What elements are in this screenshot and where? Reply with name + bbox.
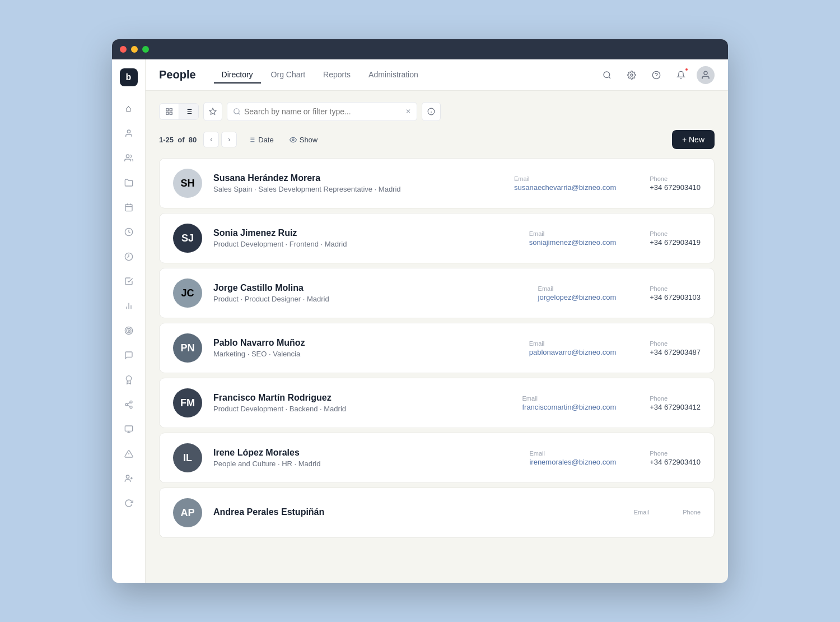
tab-directory[interactable]: Directory xyxy=(214,67,261,83)
person-name: Susana Herández Morera xyxy=(213,173,503,183)
person-contact: Email pablonavarro@bizneo.com Phone +34 … xyxy=(529,340,701,356)
page-title: People xyxy=(159,68,196,81)
email-value[interactable]: soniajimenez@bizneo.com xyxy=(529,238,617,247)
search-icon xyxy=(233,108,241,115)
sidebar-item-award[interactable] xyxy=(118,369,140,391)
person-name: Jorge Castillo Molina xyxy=(213,283,527,293)
sidebar-item-person[interactable] xyxy=(118,122,140,145)
list-item[interactable]: PN Pablo Navarro Muñoz Marketing · SEO ·… xyxy=(159,323,715,373)
toolbar: ✕ xyxy=(159,102,715,121)
svg-point-45 xyxy=(234,109,239,114)
app-window: b ⌂ xyxy=(112,39,728,583)
svg-rect-2 xyxy=(125,205,132,211)
next-page-button[interactable]: › xyxy=(221,132,237,147)
email-label: Email xyxy=(634,509,650,516)
phone-label: Phone xyxy=(650,285,701,292)
email-group: Email jorgelopez@bizneo.com xyxy=(538,285,617,301)
email-group: Email irenemorales@bizneo.com xyxy=(529,450,616,466)
tab-reports[interactable]: Reports xyxy=(315,67,358,83)
sidebar-item-user-plus[interactable] xyxy=(118,467,140,490)
email-label: Email xyxy=(529,340,617,347)
email-label: Email xyxy=(514,175,616,182)
person-role: Product Development · Frontend · Madrid xyxy=(213,240,518,248)
prev-page-button[interactable]: ‹ xyxy=(203,132,219,147)
person-contact: Email Phone xyxy=(634,509,701,517)
person-role: Sales Spain · Sales Development Represen… xyxy=(213,185,503,193)
tab-administration[interactable]: Administration xyxy=(361,67,426,83)
avatar: JC xyxy=(173,278,202,308)
info-button[interactable] xyxy=(422,102,441,121)
person-name: Irene López Morales xyxy=(213,448,518,458)
minimize-dot[interactable] xyxy=(131,46,138,53)
email-group: Email xyxy=(634,509,650,517)
sidebar-item-chat[interactable] xyxy=(118,344,140,366)
favorites-button[interactable] xyxy=(203,102,222,121)
search-input[interactable] xyxy=(244,107,402,116)
svg-point-17 xyxy=(130,406,132,409)
person-name: Francisco Martín Rodriguez xyxy=(213,393,511,403)
pagination-bar: 1-25 of 80 ‹ › Date xyxy=(159,130,715,149)
sidebar-item-alert[interactable] xyxy=(118,443,140,465)
list-item[interactable]: JC Jorge Castillo Molina Product · Produ… xyxy=(159,268,715,318)
list-item[interactable]: SH Susana Herández Morera Sales Spain · … xyxy=(159,158,715,208)
tab-org-chart[interactable]: Org Chart xyxy=(263,67,313,83)
email-value[interactable]: pablonavarro@bizneo.com xyxy=(529,348,617,356)
email-value[interactable]: susanaechevarria@bizneo.com xyxy=(514,183,616,192)
search-box: ✕ xyxy=(227,102,417,121)
sidebar-item-calendar[interactable] xyxy=(118,196,140,219)
settings-button[interactable] xyxy=(623,66,641,84)
date-filter-button[interactable]: Date xyxy=(244,133,278,146)
sidebar-item-check[interactable] xyxy=(118,270,140,293)
show-filter-button[interactable]: Show xyxy=(285,133,323,146)
show-filter-label: Show xyxy=(300,136,318,144)
sidebar-item-clock[interactable] xyxy=(118,221,140,243)
grid-view-button[interactable] xyxy=(160,104,179,119)
email-group: Email pablonavarro@bizneo.com xyxy=(529,340,617,356)
new-button[interactable]: + New xyxy=(672,130,715,149)
help-button[interactable] xyxy=(647,66,665,84)
sidebar-item-timer[interactable] xyxy=(118,245,140,268)
phone-label: Phone xyxy=(650,230,701,237)
phone-value: +34 672903487 xyxy=(650,348,701,356)
sidebar-item-monitor[interactable] xyxy=(118,418,140,440)
search-button[interactable] xyxy=(598,66,616,84)
sidebar-item-refresh[interactable] xyxy=(118,492,140,514)
svg-rect-20 xyxy=(125,426,132,431)
person-contact: Email jorgelopez@bizneo.com Phone +34 67… xyxy=(538,285,701,301)
list-item[interactable]: FM Francisco Martín Rodriguez Product De… xyxy=(159,378,715,428)
sidebar-item-share[interactable] xyxy=(118,393,140,416)
svg-line-46 xyxy=(239,113,240,115)
person-info: Sonia Jimenez Ruiz Product Development ·… xyxy=(213,228,518,248)
list-item[interactable]: IL Irene López Morales People and Cultur… xyxy=(159,433,715,483)
phone-group: Phone +34 672903103 xyxy=(650,285,701,301)
person-name: Pablo Navarro Muñoz xyxy=(213,338,518,348)
user-avatar[interactable] xyxy=(697,66,715,84)
email-value[interactable]: irenemorales@bizneo.com xyxy=(529,458,616,466)
phone-value: +34 672903410 xyxy=(650,458,701,466)
phone-group: Phone +34 672903487 xyxy=(650,340,701,356)
list-item[interactable]: AP Andrea Perales Estupiñán Email Phone xyxy=(159,488,715,538)
sidebar-item-chart[interactable] xyxy=(118,295,140,317)
close-dot[interactable] xyxy=(120,46,127,53)
list-view-button[interactable] xyxy=(179,104,198,119)
person-info: Pablo Navarro Muñoz Marketing · SEO · Va… xyxy=(213,338,518,358)
person-info: Susana Herández Morera Sales Spain · Sal… xyxy=(213,173,503,193)
svg-point-15 xyxy=(130,401,132,403)
email-value[interactable]: jorgelopez@bizneo.com xyxy=(538,293,617,301)
search-clear-button[interactable]: ✕ xyxy=(405,108,411,115)
sidebar-item-folder[interactable] xyxy=(118,171,140,194)
maximize-dot[interactable] xyxy=(142,46,149,53)
phone-label: Phone xyxy=(650,340,701,347)
phone-group: Phone +34 672903410 xyxy=(650,450,701,466)
email-value[interactable]: franciscomartin@bizneo.com xyxy=(522,403,616,411)
list-item[interactable]: SJ Sonia Jimenez Ruiz Product Developmen… xyxy=(159,213,715,263)
svg-point-14 xyxy=(126,376,131,381)
phone-value: +34 672903419 xyxy=(650,238,701,247)
person-info: Francisco Martín Rodriguez Product Devel… xyxy=(213,393,511,413)
sidebar-item-home[interactable]: ⌂ xyxy=(118,98,140,120)
svg-point-25 xyxy=(126,475,129,478)
sidebar-item-group[interactable] xyxy=(118,147,140,169)
person-contact: Email franciscomartin@bizneo.com Phone +… xyxy=(522,395,701,411)
sidebar-item-target[interactable] xyxy=(118,319,140,342)
notifications-button[interactable] xyxy=(672,66,690,84)
